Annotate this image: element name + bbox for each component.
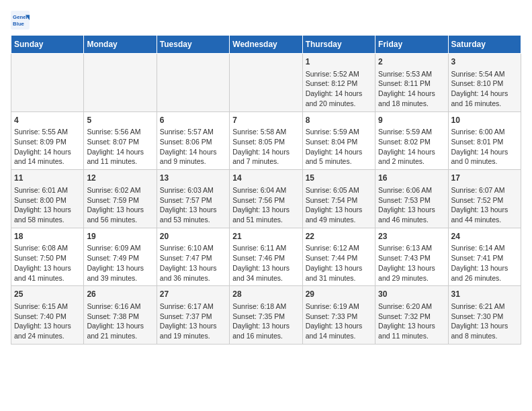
day-info: Daylight: 13 hours bbox=[160, 205, 226, 215]
day-info: Sunset: 7:47 PM bbox=[160, 253, 226, 263]
day-info: Daylight: 13 hours bbox=[87, 205, 153, 215]
calendar-cell: 27Sunrise: 6:17 AMSunset: 7:37 PMDayligh… bbox=[157, 286, 229, 345]
day-info: Daylight: 14 hours bbox=[160, 147, 226, 157]
day-info: Sunrise: 6:21 AM bbox=[451, 302, 518, 312]
header-tuesday: Tuesday bbox=[157, 36, 229, 54]
day-number: 6 bbox=[160, 115, 226, 126]
day-number: 11 bbox=[14, 173, 81, 184]
day-info: and 36 minutes. bbox=[160, 273, 226, 283]
day-info: Daylight: 13 hours bbox=[232, 205, 299, 215]
calendar-cell: 2Sunrise: 5:53 AMSunset: 8:11 PMDaylight… bbox=[375, 54, 448, 112]
header-sunday: Sunday bbox=[11, 36, 84, 54]
day-info: Sunset: 7:41 PM bbox=[451, 253, 518, 263]
calendar-cell: 29Sunrise: 6:19 AMSunset: 7:33 PMDayligh… bbox=[302, 286, 375, 345]
calendar-week-row: 25Sunrise: 6:15 AMSunset: 7:40 PMDayligh… bbox=[11, 286, 521, 345]
day-number: 19 bbox=[87, 231, 153, 242]
calendar-week-row: 1Sunrise: 5:52 AMSunset: 8:12 PMDaylight… bbox=[11, 54, 521, 112]
day-number: 10 bbox=[451, 115, 518, 126]
day-info: and 8 minutes. bbox=[451, 331, 518, 341]
day-info: and 16 minutes. bbox=[451, 99, 518, 109]
day-info: and 18 minutes. bbox=[378, 99, 445, 109]
day-info: Sunset: 8:05 PM bbox=[232, 137, 299, 147]
day-info: and 0 minutes. bbox=[451, 156, 518, 167]
calendar-cell: 4Sunrise: 5:55 AMSunset: 8:09 PMDaylight… bbox=[11, 111, 84, 170]
calendar-cell: 17Sunrise: 6:07 AMSunset: 7:52 PMDayligh… bbox=[448, 170, 521, 228]
calendar-cell: 28Sunrise: 6:18 AMSunset: 7:35 PMDayligh… bbox=[230, 286, 302, 345]
day-number: 15 bbox=[306, 173, 372, 184]
header-monday: Monday bbox=[84, 36, 157, 54]
day-info: Sunset: 8:01 PM bbox=[451, 137, 518, 147]
day-number: 25 bbox=[14, 289, 81, 300]
day-info: Daylight: 13 hours bbox=[451, 263, 518, 273]
svg-text:Blue: Blue bbox=[13, 21, 25, 27]
calendar-cell: 9Sunrise: 5:59 AMSunset: 8:02 PMDaylight… bbox=[375, 111, 448, 170]
day-info: Sunset: 7:44 PM bbox=[306, 253, 372, 263]
day-info: and 39 minutes. bbox=[87, 273, 153, 283]
day-number: 21 bbox=[232, 231, 299, 242]
day-number: 13 bbox=[160, 173, 226, 184]
day-info: and 31 minutes. bbox=[306, 273, 372, 283]
day-info: Sunrise: 6:11 AM bbox=[232, 243, 299, 253]
day-info: Daylight: 14 hours bbox=[87, 147, 153, 157]
day-info: Sunrise: 5:59 AM bbox=[378, 127, 445, 137]
day-info: Sunrise: 6:13 AM bbox=[378, 243, 445, 253]
day-info: Sunset: 8:00 PM bbox=[14, 195, 81, 205]
day-info: Sunset: 8:02 PM bbox=[378, 137, 445, 147]
calendar-week-row: 18Sunrise: 6:08 AMSunset: 7:50 PMDayligh… bbox=[11, 228, 521, 286]
calendar-cell: 31Sunrise: 6:21 AMSunset: 7:30 PMDayligh… bbox=[448, 286, 521, 345]
day-info: Sunrise: 6:18 AM bbox=[232, 302, 299, 312]
weekday-header-row: Sunday Monday Tuesday Wednesday Thursday… bbox=[11, 36, 521, 54]
calendar-body: 1Sunrise: 5:52 AMSunset: 8:12 PMDaylight… bbox=[11, 54, 521, 345]
calendar-cell bbox=[230, 54, 302, 112]
day-info: Daylight: 13 hours bbox=[232, 321, 299, 331]
day-number: 4 bbox=[14, 115, 81, 126]
day-info: and 2 minutes. bbox=[378, 156, 445, 167]
header-thursday: Thursday bbox=[302, 36, 375, 54]
day-info: Sunset: 8:12 PM bbox=[306, 79, 372, 89]
day-info: Sunset: 7:32 PM bbox=[378, 312, 445, 322]
day-number: 16 bbox=[378, 173, 445, 184]
calendar-cell: 22Sunrise: 6:12 AMSunset: 7:44 PMDayligh… bbox=[302, 228, 375, 286]
day-info: and 14 minutes. bbox=[306, 331, 372, 341]
day-info: Sunrise: 5:54 AM bbox=[451, 69, 518, 79]
day-info: and 29 minutes. bbox=[378, 273, 445, 283]
day-info: Sunset: 7:37 PM bbox=[160, 312, 226, 322]
day-number: 31 bbox=[451, 289, 518, 300]
day-info: Sunrise: 6:10 AM bbox=[160, 243, 226, 253]
day-info: Daylight: 13 hours bbox=[87, 263, 153, 273]
day-info: and 11 minutes. bbox=[378, 331, 445, 341]
day-number: 7 bbox=[232, 115, 299, 126]
day-info: Daylight: 13 hours bbox=[378, 205, 445, 215]
calendar-cell: 5Sunrise: 5:56 AMSunset: 8:07 PMDaylight… bbox=[84, 111, 157, 170]
day-number: 3 bbox=[451, 56, 518, 68]
day-info: Sunrise: 6:08 AM bbox=[14, 243, 81, 253]
day-info: Sunrise: 6:02 AM bbox=[87, 185, 153, 195]
day-number: 8 bbox=[306, 115, 372, 126]
day-info: Sunset: 7:33 PM bbox=[306, 312, 372, 322]
header-wednesday: Wednesday bbox=[230, 36, 302, 54]
calendar-cell bbox=[11, 54, 84, 112]
day-info: Sunrise: 5:52 AM bbox=[306, 69, 372, 79]
day-info: and 9 minutes. bbox=[160, 156, 226, 167]
day-info: Sunset: 7:59 PM bbox=[87, 195, 153, 205]
calendar-cell: 11Sunrise: 6:01 AMSunset: 8:00 PMDayligh… bbox=[11, 170, 84, 228]
day-info: Sunrise: 5:57 AM bbox=[160, 127, 226, 137]
day-info: Sunrise: 6:07 AM bbox=[451, 185, 518, 195]
day-info: Sunrise: 6:15 AM bbox=[14, 302, 81, 312]
calendar-week-row: 4Sunrise: 5:55 AMSunset: 8:09 PMDaylight… bbox=[11, 111, 521, 170]
day-number: 28 bbox=[232, 289, 299, 300]
day-number: 27 bbox=[160, 289, 226, 300]
day-info: Sunrise: 6:01 AM bbox=[14, 185, 81, 195]
day-info: and 19 minutes. bbox=[160, 331, 226, 341]
day-info: Daylight: 14 hours bbox=[232, 147, 299, 157]
calendar-cell: 14Sunrise: 6:04 AMSunset: 7:56 PMDayligh… bbox=[230, 170, 302, 228]
day-info: Sunrise: 5:53 AM bbox=[378, 69, 445, 79]
day-info: Daylight: 13 hours bbox=[160, 263, 226, 273]
day-info: Sunset: 7:50 PM bbox=[14, 253, 81, 263]
day-info: and 58 minutes. bbox=[14, 215, 81, 225]
day-number: 30 bbox=[378, 289, 445, 300]
calendar-cell: 12Sunrise: 6:02 AMSunset: 7:59 PMDayligh… bbox=[84, 170, 157, 228]
calendar-cell: 10Sunrise: 6:00 AMSunset: 8:01 PMDayligh… bbox=[448, 111, 521, 170]
day-info: Daylight: 13 hours bbox=[160, 321, 226, 331]
calendar-cell: 26Sunrise: 6:16 AMSunset: 7:38 PMDayligh… bbox=[84, 286, 157, 345]
